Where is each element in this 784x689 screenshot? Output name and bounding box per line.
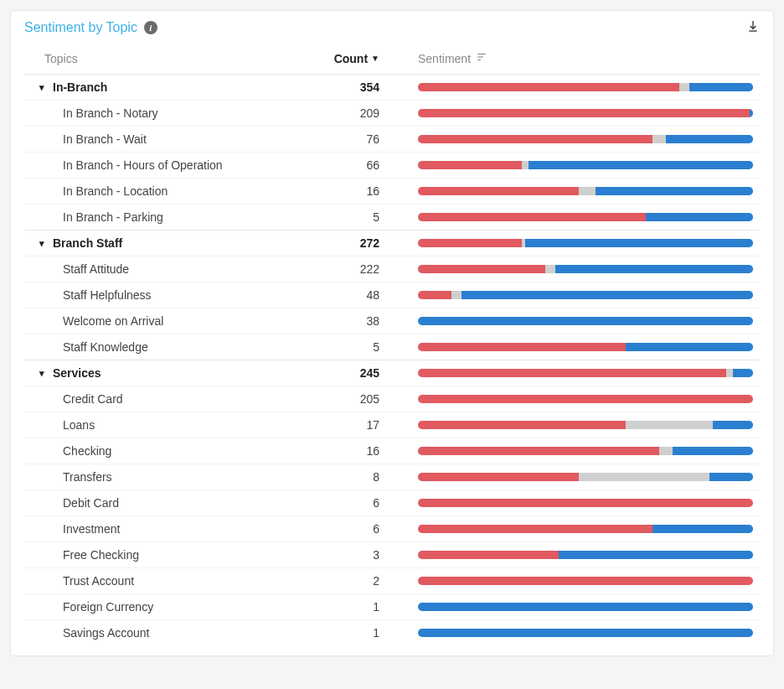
group-count: 354 <box>266 80 389 94</box>
topic-name-cell: Transfers <box>24 470 266 484</box>
topic-bar-cell <box>389 213 760 221</box>
group-label: Services <box>53 366 101 380</box>
sentiment-negative-segment <box>418 525 652 533</box>
topic-bar-cell <box>389 395 760 403</box>
topic-label: In Branch - Parking <box>63 210 163 224</box>
sentiment-bar <box>418 603 753 611</box>
topic-row[interactable]: Checking 16 <box>24 438 760 464</box>
sentiment-bar <box>418 369 753 377</box>
sentiment-neutral-segment <box>545 265 555 273</box>
chevron-down-icon[interactable]: ▾ <box>38 368 46 379</box>
sentiment-bar <box>418 447 753 455</box>
title-wrap: Sentiment by Topic i <box>24 20 157 35</box>
topic-row[interactable]: Staff Attitude 222 <box>24 256 760 282</box>
sentiment-positive-segment <box>418 603 753 611</box>
info-icon[interactable]: i <box>144 21 157 34</box>
topic-row[interactable]: Foreign Currency 1 <box>24 593 760 619</box>
sentiment-bar <box>418 213 753 221</box>
topic-name-cell: Credit Card <box>24 392 266 406</box>
sentiment-positive-segment <box>646 213 753 221</box>
topic-bar-cell <box>389 109 760 117</box>
topic-bar-cell <box>389 291 760 299</box>
topic-row[interactable]: Investment 6 <box>24 515 760 541</box>
topic-name-cell: Foreign Currency <box>24 600 266 614</box>
topic-row[interactable]: Welcome on Arrival 38 <box>24 308 760 334</box>
sentiment-negative-segment <box>418 213 646 221</box>
topic-label: Credit Card <box>63 392 123 406</box>
col-header-sentiment-label: Sentiment <box>418 52 471 65</box>
sentiment-positive-segment <box>462 291 753 299</box>
topic-label: Transfers <box>63 470 112 484</box>
group-name-cell: ▾ Branch Staff <box>24 236 266 250</box>
sentiment-positive-segment <box>418 317 753 325</box>
topic-bar-cell <box>389 135 760 143</box>
group-row[interactable]: ▾ In-Branch 354 <box>24 74 760 100</box>
group-count: 272 <box>266 236 389 250</box>
chevron-down-icon[interactable]: ▾ <box>38 238 46 249</box>
sentiment-bar <box>418 343 753 351</box>
topic-bar-cell <box>389 499 760 507</box>
topic-row[interactable]: Trust Account 2 <box>24 567 760 593</box>
sentiment-negative-segment <box>418 109 750 117</box>
group-row[interactable]: ▾ Services 245 <box>24 360 760 386</box>
topic-row[interactable]: In Branch - Hours of Operation 66 <box>24 152 760 178</box>
col-header-count-label: Count <box>334 52 368 65</box>
topic-row[interactable]: Free Checking 3 <box>24 541 760 567</box>
chevron-down-icon[interactable]: ▾ <box>38 82 46 93</box>
sentiment-negative-segment <box>418 83 679 91</box>
topic-label: Staff Helpfulness <box>63 288 152 302</box>
sentiment-negative-segment <box>418 187 579 195</box>
topic-count: 8 <box>266 470 389 484</box>
group-name-cell: ▾ Services <box>24 366 266 380</box>
col-header-topics[interactable]: Topics <box>24 52 266 65</box>
topic-count: 2 <box>266 574 389 588</box>
group-name-cell: ▾ In-Branch <box>24 80 266 94</box>
topic-row[interactable]: Transfers 8 <box>24 464 760 490</box>
topic-name-cell: Staff Knowledge <box>24 340 266 354</box>
topic-name-cell: Debit Card <box>24 496 266 510</box>
topic-count: 66 <box>266 158 389 172</box>
topic-row[interactable]: In Branch - Location 16 <box>24 178 760 204</box>
col-header-sentiment[interactable]: Sentiment <box>389 51 760 65</box>
col-header-count[interactable]: Count ▼ <box>266 52 389 65</box>
sentiment-positive-segment <box>418 629 753 637</box>
topic-label: Welcome on Arrival <box>63 314 163 328</box>
topic-label: Free Checking <box>63 548 139 562</box>
topic-row[interactable]: In Branch - Notary 209 <box>24 100 760 126</box>
topic-name-cell: In Branch - Notary <box>24 106 266 120</box>
topic-label: In Branch - Location <box>63 184 168 198</box>
topic-count: 209 <box>266 106 389 120</box>
topic-label: In Branch - Hours of Operation <box>63 158 223 172</box>
sentiment-positive-segment <box>666 135 753 143</box>
sentiment-positive-segment <box>559 551 753 559</box>
topic-count: 5 <box>266 210 389 224</box>
topic-row[interactable]: Staff Helpfulness 48 <box>24 282 760 308</box>
topic-row[interactable]: Savings Account 1 <box>24 619 760 645</box>
sentiment-negative-segment <box>418 551 559 559</box>
topic-row[interactable]: Debit Card 6 <box>24 490 760 515</box>
sentiment-negative-segment <box>418 343 626 351</box>
topic-name-cell: In Branch - Wait <box>24 132 266 146</box>
sentiment-positive-segment <box>733 369 753 377</box>
topic-row[interactable]: Credit Card 205 <box>24 386 760 412</box>
sentiment-neutral-segment <box>652 135 666 143</box>
topic-row[interactable]: In Branch - Parking 5 <box>24 204 760 230</box>
topic-row[interactable]: Loans 17 <box>24 412 760 438</box>
sentiment-bar <box>418 421 753 429</box>
topic-name-cell: Staff Attitude <box>24 262 266 276</box>
sentiment-negative-segment <box>418 577 753 585</box>
sentiment-negative-segment <box>418 161 522 169</box>
sentiment-bar <box>418 239 753 247</box>
topic-name-cell: Trust Account <box>24 574 266 588</box>
topic-row[interactable]: In Branch - Wait 76 <box>24 126 760 152</box>
topic-count: 6 <box>266 522 389 536</box>
sentiment-neutral-segment <box>579 473 709 481</box>
topic-row[interactable]: Staff Knowledge 5 <box>24 334 760 360</box>
download-icon[interactable] <box>746 19 760 36</box>
sentiment-bar <box>418 629 753 637</box>
topic-label: In Branch - Notary <box>63 106 158 120</box>
group-row[interactable]: ▾ Branch Staff 272 <box>24 230 760 256</box>
sentiment-bar <box>418 499 753 507</box>
caret-down-icon: ▼ <box>371 54 379 63</box>
rows-container: ▾ In-Branch 354 In Branch - Notary 209 I… <box>24 74 760 645</box>
